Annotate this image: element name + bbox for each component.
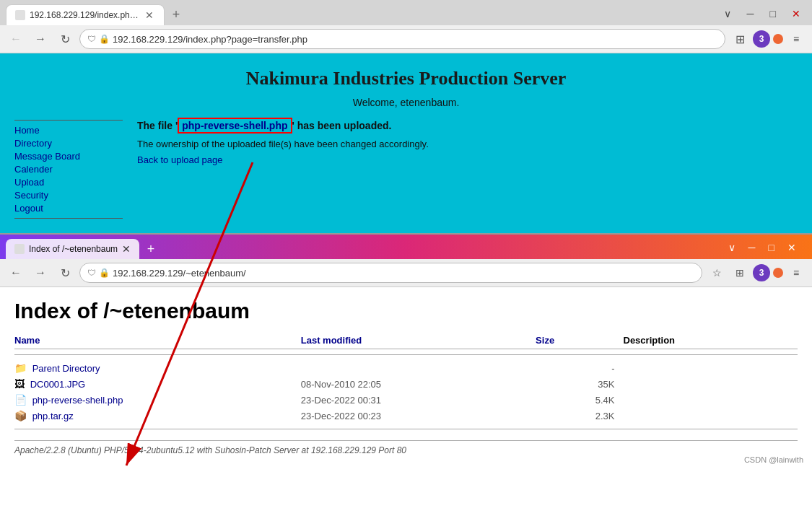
shield-icon-1: 🛡 [87,34,96,44]
minimize-btn-2[interactable]: ─ [744,242,760,253]
php-shell-link[interactable]: php-reverse-shell.php [32,395,123,406]
more-btn-2[interactable]: ≡ [786,263,806,283]
extensions-icon-1[interactable]: ⊞ [730,29,750,49]
php-icon-2: 📄 [14,394,27,406]
forward-btn-1[interactable]: → [30,29,51,49]
welcome-text-1: Welcome, etenenbaum. [14,97,798,108]
tab-close-btn-1[interactable]: ✕ [144,9,155,21]
new-tab-btn-2[interactable]: + [141,239,161,259]
upload-message: The file 'php-reverse-shell.php' has bee… [137,120,798,131]
sidebar-item-directory[interactable]: Directory [14,138,123,149]
lock-icon-2: 🔒 [99,268,110,278]
col-modified-header[interactable]: Last modified [301,335,536,349]
page-content-1: Nakimura Industries Production Server We… [0,53,812,233]
extensions-icon-2[interactable]: ⊞ [730,263,750,283]
maximize-btn-1[interactable]: □ [764,8,782,19]
col-name-link[interactable]: Name [14,335,40,346]
refresh-btn-1[interactable]: ↻ [55,29,75,49]
profile-icon-1[interactable]: 3 [753,30,770,48]
dc0001-jpg-link[interactable]: DC0001.JPG [30,379,86,390]
maximize-btn-2[interactable]: □ [764,242,779,253]
forward-btn-2[interactable]: → [30,263,51,283]
file-size-cell-1: 35K [536,376,623,392]
close-btn-2[interactable]: ✕ [783,242,800,253]
file-desc-cell-1 [624,376,798,392]
tab-bar-1: 192.168.229.129/index.php?page=... ✕ + ∨… [0,0,812,25]
col-name-header[interactable]: Name [14,335,301,349]
page-body-1: Home Directory Message Board Calender Up… [14,120,798,219]
tab-close-btn-2[interactable]: ✕ [122,243,131,255]
dropdown-btn-1[interactable]: ∨ [718,8,737,19]
window-controls-2: ∨ ─ □ ✕ [724,242,806,256]
more-btn-1[interactable]: ≡ [786,29,806,49]
tab-favicon-1 [15,10,25,20]
ownership-msg: The ownership of the uploaded file(s) ha… [137,139,798,149]
address-bar-1[interactable]: 🛡 🔒 192.168.229.129/index.php?page=trans… [79,29,725,49]
table-row: 📄 php-reverse-shell.php 23-Dec-2022 00:3… [14,392,798,408]
new-tab-btn-1[interactable]: + [166,5,186,25]
watermark: CSDN @lainwith [744,455,803,464]
dropdown-btn-2[interactable]: ∨ [724,242,740,253]
record-icon-2 [773,268,783,278]
profile-icon-2[interactable]: 3 [753,264,770,281]
sidebar-item-calender[interactable]: Calender [14,164,123,175]
dir-separator-row-bottom [14,424,798,434]
col-size-link[interactable]: Size [536,335,554,346]
folder-icon-0: 📁 [14,362,27,374]
archive-icon-3: 📦 [14,410,27,421]
table-row: 🖼 DC0001.JPG 08-Nov-2010 22:05 35K [14,376,798,392]
sidebar-bottom-divider [14,218,123,219]
address-bar-2[interactable]: 🛡 🔒 192.168.229.129/~etenenbaum/ [79,263,702,283]
sidebar-item-home[interactable]: Home [14,125,123,136]
file-desc-cell-3 [624,408,798,424]
address-bar-row-1: ← → ↻ 🛡 🔒 192.168.229.129/index.php?page… [0,25,812,53]
sidebar-item-logout[interactable]: Logout [14,203,123,214]
file-modified-cell-1: 08-Nov-2010 22:05 [301,376,536,392]
sidebar-item-upload[interactable]: Upload [14,177,123,188]
tab-favicon-2 [14,244,25,254]
server-info: Apache/2.2.8 (Ubuntu) PHP/5.2.4-2ubuntu5… [14,440,798,455]
toolbar-icons-1: ⊞ 3 ≡ [730,29,806,49]
file-modified-cell-2: 23-Dec-2022 00:31 [301,392,536,408]
back-to-upload-link[interactable]: Back to upload page [137,154,223,165]
filename-highlight: php-reverse-shell.php [178,118,292,134]
main-content-1: The file 'php-reverse-shell.php' has bee… [123,120,798,219]
minimize-btn-1[interactable]: ─ [741,8,760,19]
window-controls-1: ∨ ─ □ ✕ [718,8,806,22]
col-size-header[interactable]: Size [536,335,623,349]
upload-msg-after: ' has been uploaded. [292,120,392,131]
sidebar-top-divider [14,120,123,121]
star-icon-2[interactable]: ☆ [707,263,727,283]
sidebar-1: Home Directory Message Board Calender Up… [14,120,123,219]
table-row: 📁 Parent Directory - [14,360,798,376]
back-btn-1[interactable]: ← [6,29,26,49]
toolbar-icons-2: ☆ ⊞ 3 ≡ [707,263,806,283]
dir-table: Name Last modified Size Description [14,335,798,434]
parent-dir-link[interactable]: Parent Directory [32,363,100,374]
dir-table-header: Name Last modified Size Description [14,335,798,349]
active-tab-1[interactable]: 192.168.229.129/index.php?page=... ✕ [6,4,165,25]
dir-separator [14,354,798,355]
dir-title: Index of /~etenenbaum [14,299,798,323]
file-modified-cell-3: 23-Dec-2022 00:23 [301,408,536,424]
browser-window-2: Index of /~etenenbaum ✕ + ∨ ─ □ ✕ ← → ↻ … [0,233,812,467]
dir-separator-bottom [14,429,798,429]
active-tab-2[interactable]: Index of /~etenenbaum ✕ [6,239,139,259]
file-size-cell-3: 2.3K [536,408,623,424]
col-modified-link[interactable]: Last modified [301,335,362,346]
file-desc-cell-2 [624,392,798,408]
close-btn-1[interactable]: ✕ [786,8,806,19]
php-tar-link[interactable]: php.tar.gz [32,411,74,421]
tab-title-1: 192.168.229.129/index.php?page=... [30,10,139,20]
file-name-cell-3: 📦 php.tar.gz [14,408,301,424]
page-title-1: Nakimura Industries Production Server [14,68,798,89]
refresh-btn-2[interactable]: ↻ [55,263,75,283]
sidebar-item-security[interactable]: Security [14,190,123,201]
file-size-cell-2: 5.4K [536,392,623,408]
back-btn-2[interactable]: ← [6,263,26,283]
table-row: 📦 php.tar.gz 23-Dec-2022 00:23 2.3K [14,408,798,424]
record-icon-1 [773,34,783,44]
col-desc-header: Description [624,335,798,349]
image-icon-1: 🖼 [14,378,25,390]
sidebar-item-messageboard[interactable]: Message Board [14,151,123,162]
